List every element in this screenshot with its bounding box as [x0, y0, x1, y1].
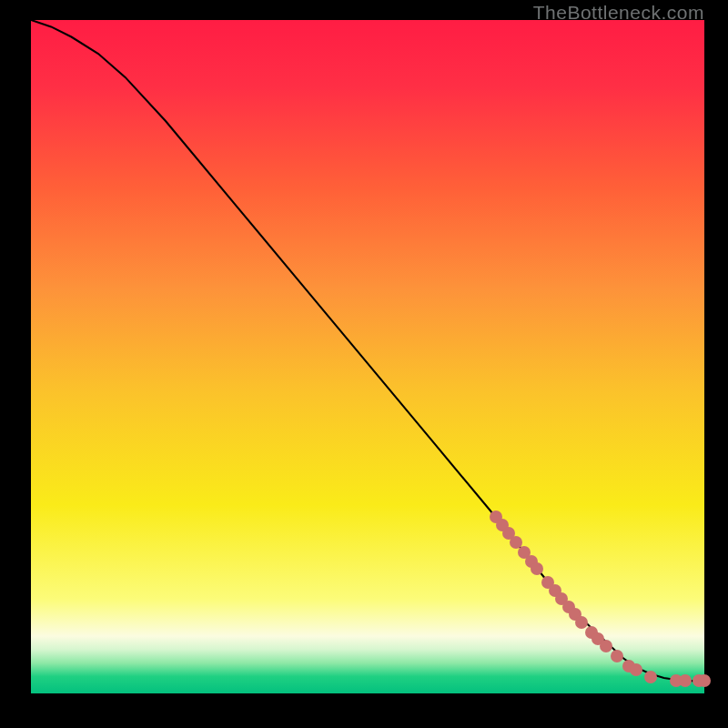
- watermark-text: TheBottleneck.com: [533, 2, 704, 24]
- gradient-background: [31, 20, 704, 693]
- chart-frame: [31, 20, 704, 693]
- chart-plot: [31, 20, 704, 693]
